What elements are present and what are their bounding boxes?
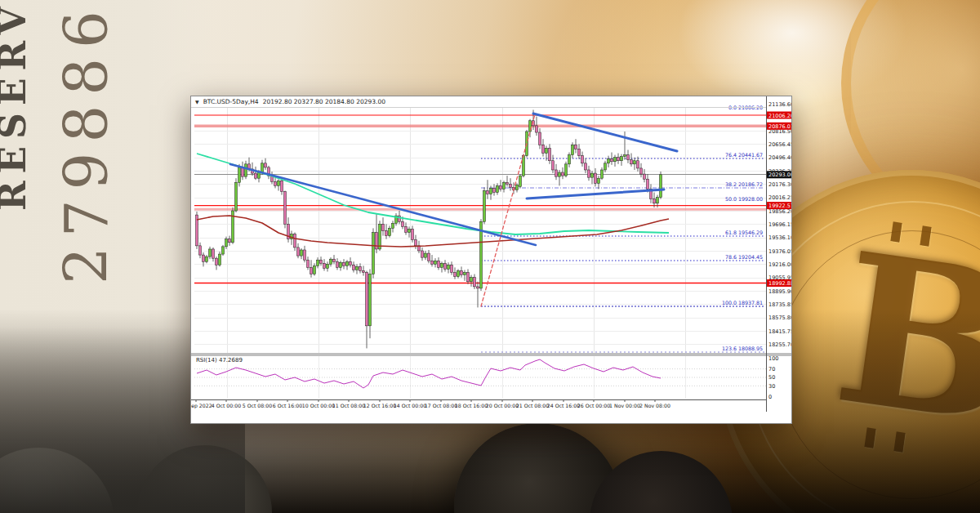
- time-tick-label: 14 Oct 00:00: [394, 403, 426, 408]
- rsi-scale-label: 30: [768, 383, 775, 390]
- candle-up: [389, 228, 391, 235]
- candle-down: [555, 170, 558, 176]
- candle-up: [604, 163, 607, 170]
- chart-dropdown-icon[interactable]: ▼: [195, 99, 199, 105]
- candle-down: [653, 199, 656, 203]
- price-marker-label: 21006.20: [768, 113, 791, 119]
- time-tick-label: 4 Oct 00:00: [212, 403, 241, 408]
- candle-up: [464, 273, 466, 275]
- candle-down: [647, 179, 649, 189]
- candle-up: [327, 264, 329, 268]
- candle-up: [317, 260, 319, 265]
- time-axis[interactable]: 30 Sep 20224 Oct 00:005 Oct 08:006 Oct 1…: [191, 399, 670, 409]
- price-tick-label: 21136.60: [768, 101, 791, 108]
- candle-up: [523, 156, 525, 176]
- candle-up: [598, 178, 600, 183]
- candle-down: [630, 160, 633, 164]
- fib-label: 100.0 18937.81: [722, 300, 763, 306]
- candle-down: [216, 258, 218, 265]
- candle-down: [366, 273, 368, 326]
- price-tick-label: 18895.90: [768, 288, 791, 295]
- candle-up: [565, 164, 568, 176]
- candle-down: [637, 161, 639, 168]
- candle-up: [369, 274, 372, 326]
- bill-serial-number: 2798860: [52, 0, 121, 284]
- rsi-scale-label: 0: [768, 394, 772, 400]
- candle-down: [477, 287, 479, 288]
- pane-splitter[interactable]: [191, 353, 791, 356]
- candle-up: [634, 161, 636, 164]
- time-tick-label: 2 Nov 08:00: [639, 403, 670, 408]
- rsi-scale-label: 50: [768, 374, 775, 381]
- candle-up: [225, 239, 228, 247]
- candle-up: [614, 158, 617, 162]
- candle-up: [624, 155, 626, 157]
- time-tick-label: 11 Oct 08:00: [332, 403, 365, 408]
- candle-down: [539, 132, 541, 145]
- time-tick-label: 1 Nov 00:00: [609, 403, 640, 408]
- fib-label: 123.6 18088.95: [722, 346, 763, 351]
- candle-down: [336, 261, 339, 267]
- candle-up: [245, 164, 247, 176]
- time-tick-label: 17 Oct 08:00: [425, 403, 457, 408]
- candle-up: [340, 262, 342, 267]
- candle-up: [261, 163, 264, 172]
- candle-down: [595, 173, 597, 183]
- chart-canvas[interactable]: 0.0 21006.2076.4 20441.6738.2 20186.7250…: [191, 96, 791, 423]
- rsi-pane: RSI(14) 47.26891007050300: [194, 355, 778, 400]
- candle-up: [209, 249, 212, 256]
- candle-up: [330, 259, 332, 264]
- candle-down: [343, 262, 345, 265]
- candle-down: [281, 181, 283, 191]
- candle-up: [314, 265, 316, 274]
- trendline-lower-wedge[interactable]: [527, 190, 664, 199]
- candle-down: [575, 145, 577, 149]
- candle-up: [457, 270, 460, 276]
- candle-up: [657, 198, 659, 203]
- candle-up: [572, 145, 574, 154]
- candle-up: [441, 263, 443, 267]
- candle-up: [568, 155, 571, 164]
- candle-up: [356, 266, 359, 270]
- candle-up: [516, 185, 519, 190]
- candle-up: [483, 190, 486, 221]
- fib-label: 78.6 19204.45: [725, 254, 763, 260]
- price-tick-label: 19376.05: [768, 248, 791, 255]
- candle-down: [405, 226, 408, 232]
- candle-down: [359, 266, 362, 270]
- candle-up: [206, 256, 208, 261]
- rsi-line: [197, 359, 661, 388]
- price-tick-label: 18255.70: [768, 341, 791, 348]
- price-axis[interactable]: 21136.6020816.5020656.4520496.4020336.35…: [767, 101, 791, 348]
- candle-down: [578, 149, 581, 155]
- price-tick-label: 19216.00: [768, 261, 791, 268]
- fibonacci-levels[interactable]: 0.0 21006.2076.4 20441.6738.2 20186.7250…: [481, 105, 764, 352]
- candle-down: [199, 246, 202, 255]
- time-tick-label: 5 Oct 08:00: [243, 403, 272, 408]
- time-tick-label: 18 Oct 16:00: [455, 403, 488, 408]
- trendline-upper-wedge[interactable]: [533, 114, 677, 151]
- candle-down: [284, 192, 287, 225]
- candle-down: [542, 145, 545, 153]
- candle-down: [536, 126, 538, 132]
- candle-down: [421, 251, 424, 257]
- price-tick-label: 20656.45: [768, 141, 791, 148]
- candle-down: [274, 181, 277, 185]
- candle-down: [402, 221, 404, 226]
- candle-down: [474, 278, 476, 287]
- candle-down: [617, 158, 620, 161]
- candle-down: [304, 250, 306, 260]
- candle-down: [585, 163, 587, 170]
- rsi-scale-label: 100: [768, 355, 778, 362]
- candle-up: [448, 265, 450, 269]
- candle-down: [297, 248, 300, 256]
- candle-down: [552, 161, 555, 170]
- candle-down: [461, 270, 463, 274]
- time-tick-label: 6 Oct 16:00: [273, 403, 302, 408]
- price-marker-label: 18992.88: [768, 280, 791, 287]
- candle-up: [490, 188, 492, 194]
- candle-up: [519, 176, 522, 186]
- fib-label: 38.2 20186.72: [725, 181, 763, 187]
- candle-down: [493, 188, 496, 192]
- price-tick-label: 20496.40: [768, 154, 791, 161]
